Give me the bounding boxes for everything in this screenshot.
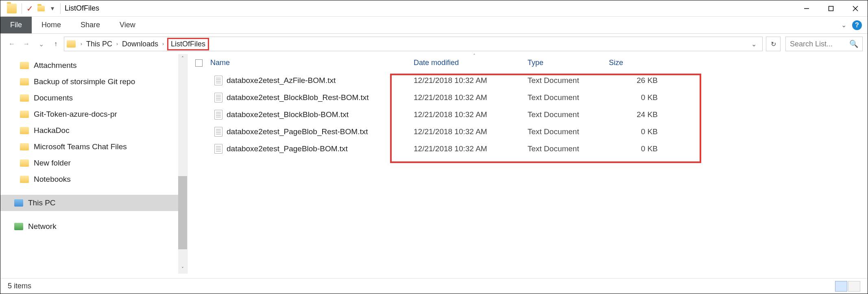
sidebar-item-label: Network (28, 222, 57, 231)
sidebar-item-label: Attachments (34, 61, 77, 70)
scroll-up-icon[interactable]: ˄ (178, 54, 187, 63)
sidebar-item-label: Microsoft Teams Chat Files (34, 142, 127, 151)
back-button[interactable]: ← (5, 37, 18, 50)
breadcrumb-this-pc[interactable]: This PC (85, 39, 114, 49)
tab-view[interactable]: View (110, 17, 145, 33)
scrollbar-thumb[interactable] (178, 176, 187, 249)
file-row[interactable]: databoxe2etest_PageBlob_Rest-BOM.txt12/2… (188, 123, 868, 140)
file-type: Text Document (528, 110, 609, 119)
file-tab[interactable]: File (0, 17, 32, 33)
window-title: ListOfFiles (65, 4, 99, 13)
address-bar[interactable]: › This PC › Downloads › ListOfFiles ⌄ (64, 37, 763, 51)
ribbon-expand-icon[interactable]: ⌄ (841, 21, 846, 29)
file-size: 0 KB (609, 127, 666, 136)
close-button[interactable] (843, 0, 868, 17)
quick-access-toolbar: ✓ ▾ (23, 4, 59, 13)
pc-icon (14, 199, 23, 207)
sidebar-item[interactable]: This PC (0, 195, 187, 211)
text-file-icon (214, 76, 222, 85)
file-row[interactable]: databoxe2etest_PageBlob-BOM.txt12/21/201… (188, 140, 868, 157)
titlebar: ✓ ▾ ListOfFiles (0, 0, 868, 17)
details-view-button[interactable] (835, 281, 847, 292)
help-icon[interactable]: ? (852, 20, 862, 30)
sidebar-item[interactable]: New folder (0, 155, 187, 171)
qat-dropdown-icon[interactable]: ▾ (48, 4, 57, 13)
file-row[interactable]: databoxe2etest_BlockBlob_Rest-BOM.txt12/… (188, 89, 868, 106)
select-all-checkbox[interactable] (195, 59, 203, 67)
navigation-pane: AttachmentsBackup of storsimple Git repo… (0, 54, 188, 274)
column-type[interactable]: Type (528, 59, 609, 67)
file-type: Text Document (528, 127, 609, 136)
file-name: databoxe2etest_AzFile-BOM.txt (227, 76, 414, 85)
breadcrumb-downloads[interactable]: Downloads (120, 39, 160, 49)
separator (22, 3, 22, 14)
text-file-icon (214, 144, 222, 154)
sidebar-item-label: This PC (28, 198, 56, 207)
status-text: 5 items (8, 282, 31, 290)
maximize-button[interactable] (819, 0, 843, 17)
chevron-right-icon[interactable]: › (161, 41, 166, 47)
file-size: 0 KB (609, 93, 666, 102)
chevron-right-icon[interactable]: › (79, 41, 84, 47)
sort-indicator-icon: ˄ (473, 53, 475, 59)
chevron-right-icon[interactable]: › (115, 41, 120, 47)
folder-icon (20, 94, 29, 102)
file-date: 12/21/2018 10:32 AM (414, 76, 528, 85)
sidebar-item[interactable]: Notebooks (0, 171, 187, 187)
separator (60, 3, 61, 14)
file-date: 12/21/2018 10:32 AM (414, 110, 528, 119)
text-file-icon (214, 127, 222, 137)
folder-icon (20, 159, 29, 167)
address-dropdown-icon[interactable]: ⌄ (748, 40, 760, 48)
forward-button[interactable]: → (20, 37, 33, 50)
navbar: ← → ⌄ ↑ › This PC › Downloads › ListOfFi… (0, 34, 868, 54)
sidebar-item[interactable]: Attachments (0, 57, 187, 74)
minimize-button[interactable] (794, 0, 819, 17)
icons-view-button[interactable] (848, 281, 860, 292)
folder-icon (20, 176, 29, 183)
file-row[interactable]: databoxe2etest_AzFile-BOM.txt12/21/2018 … (188, 72, 868, 89)
tab-share[interactable]: Share (71, 17, 110, 33)
recent-dropdown[interactable]: ⌄ (35, 37, 48, 50)
column-date[interactable]: Date modified (414, 59, 528, 67)
folder-icon (20, 62, 29, 69)
file-list: ˄ Name Date modified Type Size databoxe2… (188, 54, 868, 274)
scroll-down-icon[interactable]: ˅ (178, 265, 187, 274)
svg-rect-1 (829, 6, 833, 11)
file-name: databoxe2etest_BlockBlob-BOM.txt (227, 110, 414, 119)
search-input[interactable]: Search List... 🔍 (785, 37, 863, 51)
text-file-icon (214, 93, 222, 102)
file-row[interactable]: databoxe2etest_BlockBlob-BOM.txt12/21/20… (188, 106, 868, 123)
status-bar: 5 items (0, 278, 868, 294)
sidebar-item[interactable]: Network (0, 218, 187, 235)
search-placeholder: Search List... (790, 40, 833, 48)
folder-icon (20, 143, 29, 150)
file-type: Text Document (528, 76, 609, 85)
tab-home[interactable]: Home (32, 17, 71, 33)
qat-folder-icon[interactable] (37, 4, 46, 13)
sidebar-item[interactable]: Git-Token-azure-docs-pr (0, 106, 187, 122)
breadcrumb-current[interactable]: ListOfFiles (167, 38, 209, 50)
folder-icon (20, 78, 29, 85)
up-button[interactable]: ↑ (49, 37, 62, 50)
file-type: Text Document (528, 93, 609, 102)
folder-icon (20, 127, 29, 134)
refresh-button[interactable]: ↻ (766, 37, 781, 51)
file-name: databoxe2etest_BlockBlob_Rest-BOM.txt (227, 93, 414, 102)
sidebar-item-label: New folder (34, 159, 71, 168)
column-size[interactable]: Size (609, 59, 666, 67)
sidebar-item-label: Git-Token-azure-docs-pr (34, 110, 117, 119)
sidebar-item-label: HackaDoc (34, 126, 70, 135)
sidebar-item-label: Documents (34, 94, 73, 102)
ribbon: File Home Share View ⌄ ? (0, 17, 868, 34)
main-area: AttachmentsBackup of storsimple Git repo… (0, 54, 868, 274)
column-name[interactable]: Name (210, 59, 414, 67)
properties-icon[interactable]: ✓ (25, 4, 34, 13)
file-size: 24 KB (609, 110, 666, 119)
column-headers: Name Date modified Type Size (188, 54, 868, 72)
sidebar-item[interactable]: Backup of storsimple Git repo (0, 74, 187, 90)
sidebar-item[interactable]: HackaDoc (0, 122, 187, 139)
address-folder-icon (67, 40, 76, 48)
sidebar-item[interactable]: Documents (0, 90, 187, 106)
sidebar-item[interactable]: Microsoft Teams Chat Files (0, 139, 187, 155)
